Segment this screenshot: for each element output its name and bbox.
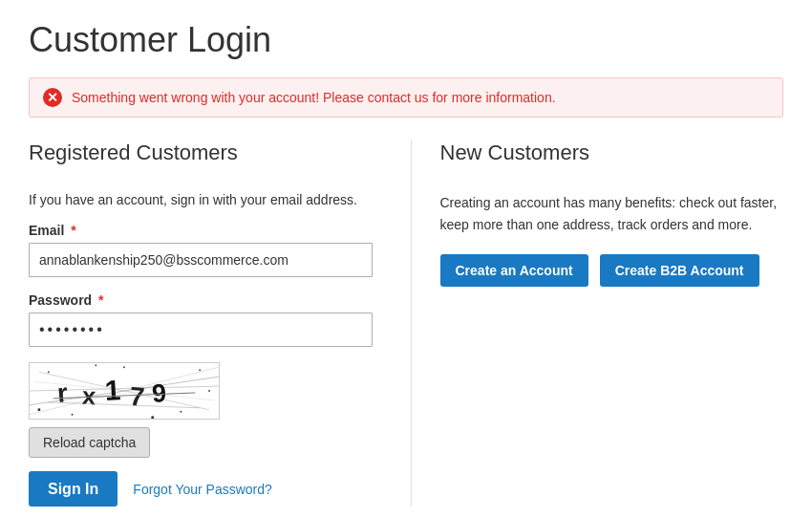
create-b2b-account-button[interactable]: Create B2B Account [600,254,759,287]
svg-text:✕: ✕ [47,90,58,105]
svg-point-10 [199,369,201,371]
sign-in-button[interactable]: Sign In [29,471,118,507]
registered-customers-subtitle: If you have an account, sign in with you… [29,192,373,207]
svg-point-14 [95,364,96,366]
svg-point-15 [208,390,210,392]
create-account-button[interactable]: Create an Account [440,254,588,287]
reload-captcha-button[interactable]: Reload captcha [29,427,150,458]
registered-customers-section: Registered Customers If you have an acco… [29,140,373,507]
error-message: Something went wrong with your account! … [72,90,556,105]
svg-point-8 [48,371,50,373]
captcha-container: r x 1 7 9 Reload captcha [29,362,373,458]
password-input[interactable] [29,313,373,347]
email-input[interactable] [29,243,373,277]
svg-text:7: 7 [128,381,145,412]
email-required-star: * [71,223,75,238]
svg-text:1: 1 [104,374,121,406]
svg-point-11 [180,411,182,413]
registered-customers-title: Registered Customers [29,140,373,175]
new-customers-section: New Customers Creating an account has ma… [411,140,784,507]
email-field-group: Email * [29,223,373,277]
new-customers-description: Creating an account has many benefits: c… [440,192,784,235]
svg-text:9: 9 [151,378,167,408]
main-columns: Registered Customers If you have an acco… [29,140,783,507]
svg-point-13 [151,416,154,419]
captcha-image: r x 1 7 9 [29,362,220,420]
account-buttons: Create an Account Create B2B Account [440,254,784,287]
actions-row: Sign In Forgot Your Password? [29,471,373,507]
error-icon: ✕ [43,88,62,107]
error-banner: ✕ Something went wrong with your account… [29,77,783,118]
password-field-group: Password * [29,292,373,347]
svg-point-12 [123,366,125,368]
password-label: Password * [29,292,373,308]
page-title: Customer Login [29,19,783,60]
email-label: Email * [29,223,373,238]
forgot-password-link[interactable]: Forgot Your Password? [133,482,272,497]
svg-point-16 [37,409,40,412]
new-customers-title: New Customers [440,140,784,175]
password-required-star: * [98,292,103,308]
svg-point-9 [72,414,74,416]
svg-text:x: x [81,382,96,410]
